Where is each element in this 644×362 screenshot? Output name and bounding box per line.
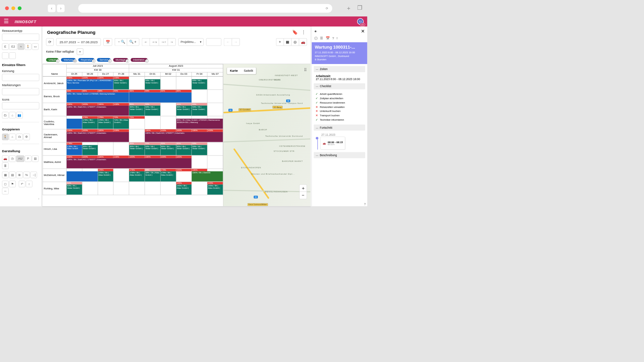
eye-icon[interactable]: 👁 bbox=[314, 30, 317, 33]
proj-prev-button[interactable]: ← bbox=[224, 38, 232, 46]
legend-chip-montage[interactable]: Montage1 bbox=[113, 58, 128, 62]
icons-input[interactable] bbox=[2, 102, 39, 109]
resource-name[interactable]: Barnes, Brock bbox=[43, 90, 66, 103]
checklist-item[interactable]: ✓Techniker informieren bbox=[316, 118, 363, 122]
resource-name[interactable]: Hirsch, Lisa bbox=[43, 142, 66, 156]
map-apps-icon[interactable]: ⠿ bbox=[304, 68, 307, 72]
updown-icon[interactable]: ↕ bbox=[26, 181, 33, 187]
day-cell[interactable]: 100% bbox=[160, 156, 176, 169]
legend-chip-service[interactable]: Service5 bbox=[97, 58, 110, 62]
day-cell[interactable]: 145%145% / 8h | Atlas GmbH | bbox=[176, 182, 192, 195]
task-bar[interactable]: 50% / 4h | Vetter GmbH | bbox=[129, 145, 145, 155]
day-cell[interactable]: 50%50% / 4h | Vetter GmbH | bbox=[145, 103, 160, 116]
task-bar[interactable]: 50% / 4h | Vetter GmbH | bbox=[192, 106, 207, 116]
bookmark-icon[interactable]: 🔖 bbox=[292, 29, 298, 35]
empty-btn-2[interactable] bbox=[9, 52, 16, 59]
task-bar[interactable]: 50% / 4h | Vetter GmbH | bbox=[145, 79, 160, 89]
task-bar[interactable]: 50% / 4h | Vetter GmbH | bbox=[145, 145, 160, 155]
day-cell[interactable]: 50% / 4h | Atlas GmbH | 1700424 | Mainte… bbox=[176, 116, 192, 129]
proj-next-button[interactable]: → bbox=[232, 38, 240, 46]
resource-name[interactable]: Gadermann, Ahmad bbox=[43, 129, 66, 142]
day-cell[interactable] bbox=[113, 169, 129, 182]
day-cell[interactable]: 50%50% / 4h | Vetter GmbH | bbox=[145, 142, 160, 156]
group-home-icon[interactable]: ⌂ bbox=[9, 134, 16, 140]
day-cell[interactable]: 100%100% / 8h | Stahl AG | 1700577 | Inb… bbox=[66, 103, 82, 116]
gantt-chart[interactable]: NameJuli 2023August 2023 KW 30KW 31 Di 2… bbox=[43, 64, 223, 206]
day-cell[interactable]: 100% bbox=[113, 129, 129, 142]
day-cell[interactable]: 50% / 4h | Vetter GmbH | bbox=[82, 142, 98, 156]
date-range-display[interactable]: 25.07.2023 ↔ 07.08.2023 bbox=[56, 38, 101, 46]
checklist-item[interactable]: ✕Unterkunft buchen bbox=[316, 109, 363, 113]
day-cell[interactable]: 72% bbox=[129, 116, 145, 129]
legend-chip-inbetriebn.[interactable]: Inbetriebn.1 bbox=[130, 58, 148, 62]
task-bar[interactable]: 145% / 8h | Atlas GmbH | bbox=[207, 184, 223, 194]
day-cell[interactable]: 100% bbox=[192, 129, 207, 142]
user-menu[interactable]: TZ 0/0 bbox=[357, 18, 364, 25]
map-panel[interactable]: Karte Sattelit ⠿ INNENSTADT-WEST OBERDOR… bbox=[223, 64, 310, 206]
task-bar[interactable]: 50% / 4h | Vetter GmbH | bbox=[176, 145, 192, 155]
view-car-icon[interactable]: 🚗 bbox=[2, 156, 9, 162]
day-cell[interactable]: 99% bbox=[176, 90, 192, 103]
prev-5-button[interactable]: ←5 bbox=[150, 38, 159, 46]
trip-entry[interactable]: 🚗 08:00 - 08:15 00:15 h bbox=[320, 137, 345, 150]
day-cell[interactable]: 99% bbox=[160, 90, 176, 103]
day-cell[interactable] bbox=[145, 116, 160, 129]
day-cell[interactable]: 50%50% / 4h | Vetter GmbH | bbox=[176, 103, 192, 116]
day-cell[interactable] bbox=[207, 142, 223, 156]
legend-chip-reperatur[interactable]: Reperatur0 bbox=[78, 58, 95, 62]
day-cell[interactable]: 100%100% / 8h | Gleitzeit bbox=[192, 169, 207, 182]
day-cell[interactable] bbox=[113, 142, 129, 156]
people-icon[interactable]: 👥 bbox=[16, 112, 23, 119]
flag-icon[interactable]: ⚑ bbox=[9, 181, 16, 187]
help-small-icon[interactable]: ? bbox=[332, 36, 334, 41]
task-bar[interactable]: 50% / 4h | Vetter GmbH | bbox=[129, 106, 145, 116]
filter-e-button[interactable]: E bbox=[2, 43, 9, 50]
new-tab-icon[interactable]: ＋ bbox=[346, 4, 352, 12]
resource-name[interactable]: Rohling, Mike bbox=[43, 182, 66, 195]
day-cell[interactable]: 99% bbox=[98, 90, 114, 103]
day-cell[interactable]: 50%50% / 4h | Vetter GmbH | bbox=[66, 182, 82, 195]
map-karte-tab[interactable]: Karte bbox=[227, 68, 240, 74]
prev-button[interactable]: ← bbox=[142, 38, 150, 46]
map-car-icon[interactable]: 🚗 bbox=[299, 39, 307, 46]
legend-chip-wartung[interactable]: Wartung30 bbox=[61, 58, 75, 62]
day-cell[interactable]: 100%100% / 8h | Parmalat SA (Pty) Ltd. |… bbox=[66, 76, 82, 89]
task-bar[interactable]: 178% / 8h | Atlas GmbH bbox=[67, 145, 82, 155]
day-cell[interactable] bbox=[113, 182, 129, 195]
checklist-accordion[interactable]: Checklist bbox=[314, 83, 365, 89]
day-cell[interactable]: 100% bbox=[176, 129, 192, 142]
day-cell[interactable] bbox=[207, 90, 223, 103]
task-bar[interactable]: 50% / 4h | Vetter GmbH | bbox=[145, 106, 160, 116]
beschreibung-accordion[interactable]: Beschreibung bbox=[314, 152, 365, 158]
day-cell[interactable]: 50%50% / 4h | Vetter GmbH | bbox=[129, 103, 145, 116]
alert-icon[interactable]: ! bbox=[337, 36, 338, 41]
day-cell[interactable] bbox=[82, 182, 98, 195]
day-cell[interactable]: 100% bbox=[160, 129, 176, 142]
minimize-window-icon[interactable] bbox=[11, 6, 15, 10]
zoom-in-icon[interactable]: ＋ bbox=[300, 185, 307, 192]
resource-name[interactable]: Armbrecht, Jakob bbox=[43, 76, 66, 89]
day-cell[interactable]: 50%50% / 4h | Vetter GmbH | bbox=[160, 142, 176, 156]
day-cell[interactable]: 72%72% / 8h | Atlas GmbH | bbox=[113, 116, 129, 129]
document-icon[interactable]: 🗎 bbox=[16, 172, 23, 178]
day-cell[interactable]: 38%38% / 3h | Atlas GmbH | bbox=[145, 169, 160, 182]
day-cell[interactable] bbox=[98, 182, 114, 195]
task-bar[interactable]: 178% / 8h | Atlas GmbH | bbox=[129, 171, 145, 181]
resource-name[interactable]: McDelmott, Hilmar bbox=[43, 169, 66, 182]
calendar-icon[interactable]: 📅 bbox=[103, 38, 112, 46]
task-bar[interactable]: 50% / 4h | Vetter GmbH | bbox=[176, 106, 192, 116]
sliders-icon[interactable]: ≈ bbox=[18, 43, 24, 50]
day-cell[interactable]: 50% / 4h | Vetter GmbH | bbox=[145, 76, 160, 89]
kennung-input[interactable] bbox=[2, 74, 39, 81]
resource-name[interactable]: Matthew, Astrid bbox=[43, 156, 66, 169]
day-cell[interactable]: 50%50% / 4h | Vetter GmbH | bbox=[176, 142, 192, 156]
day-cell[interactable] bbox=[207, 116, 223, 129]
day-cell[interactable]: 50%50% / 4h | Vetter GmbH | bbox=[129, 142, 145, 156]
markierungen-input[interactable] bbox=[2, 88, 39, 95]
day-cell[interactable]: 100% bbox=[176, 156, 192, 169]
checklist-item[interactable]: ✕Transport buchen bbox=[316, 113, 363, 118]
add-filter-button[interactable]: ＋ bbox=[77, 48, 84, 55]
zeiten-accordion[interactable]: Zeiten bbox=[314, 66, 365, 72]
day-cell[interactable]: 178%178% / 8h | Atlas GmbH | bbox=[98, 116, 114, 129]
folder-icon[interactable]: 🗀 bbox=[2, 112, 9, 119]
